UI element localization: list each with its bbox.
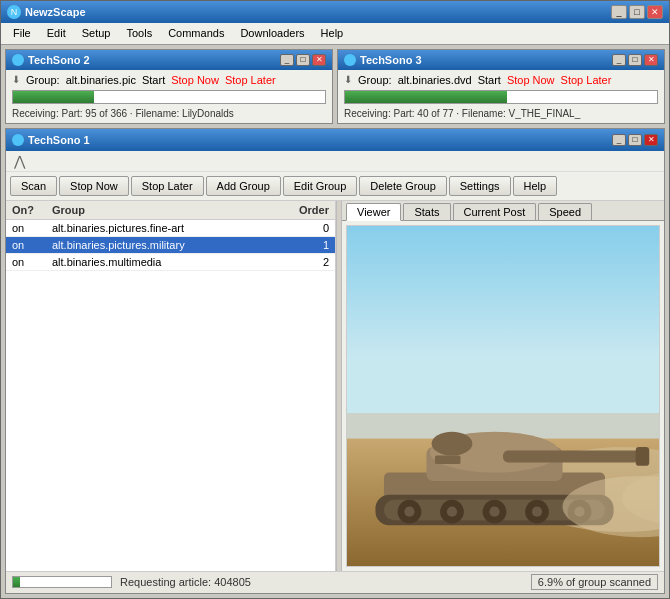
stop-later-button[interactable]: Stop Later xyxy=(131,176,204,196)
toolbar: Scan Stop Now Stop Later Add Group Edit … xyxy=(6,172,664,201)
techsono3-stop-later[interactable]: Stop Later xyxy=(561,74,612,86)
status-requesting-text: Requesting article: 404805 xyxy=(120,576,531,588)
techsono2-maximize[interactable]: □ xyxy=(296,54,310,66)
title-bar: N NewzScape _ □ ✕ xyxy=(1,1,669,23)
main-panel-close[interactable]: ✕ xyxy=(644,134,658,146)
group-name-1[interactable]: alt.binaries.pictures.military xyxy=(52,239,279,251)
tank-image xyxy=(347,226,659,566)
main-panel-minimize[interactable]: _ xyxy=(612,134,626,146)
techsono3-group-name: alt.binaries.dvd xyxy=(398,74,472,86)
main-panel-icon xyxy=(12,134,24,146)
group-scanned-text: 6.9% of group scanned xyxy=(538,576,651,588)
top-panels-row: TechSono 2 _ □ ✕ ⬇ Group: alt.binaries.p… xyxy=(5,49,665,124)
stop-now-button[interactable]: Stop Now xyxy=(59,176,129,196)
techsono2-title-bar: TechSono 2 _ □ ✕ xyxy=(6,50,332,70)
techsono2-group-label: Group: xyxy=(26,74,60,86)
tab-speed[interactable]: Speed xyxy=(538,203,592,220)
menu-downloaders[interactable]: Downloaders xyxy=(232,25,312,41)
techsono2-close[interactable]: ✕ xyxy=(312,54,326,66)
svg-point-21 xyxy=(532,506,542,516)
main-content: TechSono 2 _ □ ✕ ⬇ Group: alt.binaries.p… xyxy=(1,45,669,598)
menu-edit[interactable]: Edit xyxy=(39,25,74,41)
svg-point-11 xyxy=(432,432,473,456)
techsono2-start-label: Start xyxy=(142,74,165,86)
group-on-0: on xyxy=(12,222,52,234)
techsono3-minimize[interactable]: _ xyxy=(612,54,626,66)
techsono3-close[interactable]: ✕ xyxy=(644,54,658,66)
techsono2-receiving: Receiving: Part: 95 of 366 · Filename: L… xyxy=(12,108,326,119)
group-on-2: on xyxy=(12,256,52,268)
techsono2-stop-later[interactable]: Stop Later xyxy=(225,74,276,86)
svg-point-19 xyxy=(447,506,457,516)
group-list-body: on alt.binaries.pictures.fine-art 0 on a… xyxy=(6,220,335,571)
techsono2-arrow: ⬇ xyxy=(12,74,20,85)
minimize-button[interactable]: _ xyxy=(611,5,627,19)
group-list-item[interactable]: on alt.binaries.pictures.fine-art 0 xyxy=(6,220,335,237)
group-list-panel: On? Group Order on alt.binaries.pictures… xyxy=(6,201,336,571)
edit-group-button[interactable]: Edit Group xyxy=(283,176,358,196)
techsono3-receiving: Receiving: Part: 40 of 77 · Filename: V_… xyxy=(344,108,658,119)
svg-rect-12 xyxy=(435,455,461,464)
col-header-on: On? xyxy=(12,204,52,216)
app-window: N NewzScape _ □ ✕ File Edit Setup Tools … xyxy=(0,0,670,599)
maximize-button[interactable]: □ xyxy=(629,5,645,19)
svg-point-20 xyxy=(489,506,499,516)
group-list-item[interactable]: on alt.binaries.multimedia 2 xyxy=(6,254,335,271)
add-group-button[interactable]: Add Group xyxy=(206,176,281,196)
group-order-2: 2 xyxy=(279,256,329,268)
techsono3-maximize[interactable]: □ xyxy=(628,54,642,66)
viewer-tabs: Viewer Stats Current Post Speed xyxy=(342,201,664,221)
main-panel-maximize[interactable]: □ xyxy=(628,134,642,146)
menu-tools[interactable]: Tools xyxy=(118,25,160,41)
close-button[interactable]: ✕ xyxy=(647,5,663,19)
menu-setup[interactable]: Setup xyxy=(74,25,119,41)
group-list-item[interactable]: on alt.binaries.pictures.military 1 xyxy=(6,237,335,254)
app-icon: N xyxy=(7,5,21,19)
main-panel-title: TechSono 1 xyxy=(28,134,90,146)
group-order-1: 1 xyxy=(279,239,329,251)
menu-commands[interactable]: Commands xyxy=(160,25,232,41)
tab-stats[interactable]: Stats xyxy=(403,203,450,220)
menu-file[interactable]: File xyxy=(5,25,39,41)
menu-help[interactable]: Help xyxy=(313,25,352,41)
group-name-2[interactable]: alt.binaries.multimedia xyxy=(52,256,279,268)
techsono3-group-label: Group: xyxy=(358,74,392,86)
viewer-panel: Viewer Stats Current Post Speed xyxy=(342,201,664,571)
group-list-header: On? Group Order xyxy=(6,201,335,220)
techsono2-icon xyxy=(12,54,24,66)
tab-current-post[interactable]: Current Post xyxy=(453,203,537,220)
content-area: On? Group Order on alt.binaries.pictures… xyxy=(6,201,664,571)
svg-rect-9 xyxy=(503,450,639,462)
techsono2-panel: TechSono 2 _ □ ✕ ⬇ Group: alt.binaries.p… xyxy=(5,49,333,124)
delete-group-button[interactable]: Delete Group xyxy=(359,176,446,196)
techsono2-progress-fill xyxy=(13,91,94,103)
group-order-0: 0 xyxy=(279,222,329,234)
menu-bar: File Edit Setup Tools Commands Downloade… xyxy=(1,23,669,45)
help-button[interactable]: Help xyxy=(513,176,558,196)
techsono2-title: TechSono 2 xyxy=(28,54,90,66)
group-name-0[interactable]: alt.binaries.pictures.fine-art xyxy=(52,222,279,234)
techsono3-stop-now[interactable]: Stop Now xyxy=(507,74,555,86)
status-progress-fill xyxy=(13,577,20,587)
techsono2-minimize[interactable]: _ xyxy=(280,54,294,66)
svg-point-18 xyxy=(404,506,414,516)
scan-button[interactable]: Scan xyxy=(10,176,57,196)
collapse-icon[interactable]: ⋀ xyxy=(10,153,29,169)
techsono3-panel: TechSono 3 _ □ ✕ ⬇ Group: alt.binaries.d… xyxy=(337,49,665,124)
techsono2-stop-now[interactable]: Stop Now xyxy=(171,74,219,86)
settings-button[interactable]: Settings xyxy=(449,176,511,196)
status-progress-bar-container xyxy=(12,576,112,588)
techsono3-progress-fill xyxy=(345,91,507,103)
techsono2-group-name: alt.binaries.pic xyxy=(66,74,136,86)
group-on-1: on xyxy=(12,239,52,251)
status-group-scanned: 6.9% of group scanned xyxy=(531,574,658,590)
techsono3-start-label: Start xyxy=(478,74,501,86)
tab-viewer[interactable]: Viewer xyxy=(346,203,401,221)
main-panel-title-bar: TechSono 1 _ □ ✕ xyxy=(6,129,664,151)
status-bar: Requesting article: 404805 6.9% of group… xyxy=(6,571,664,593)
techsono3-progress-container xyxy=(344,90,658,104)
main-panel: TechSono 1 _ □ ✕ ⋀ Scan Stop Now Stop La… xyxy=(5,128,665,594)
techsono3-arrow: ⬇ xyxy=(344,74,352,85)
viewer-content xyxy=(346,225,660,567)
svg-rect-10 xyxy=(636,447,650,466)
